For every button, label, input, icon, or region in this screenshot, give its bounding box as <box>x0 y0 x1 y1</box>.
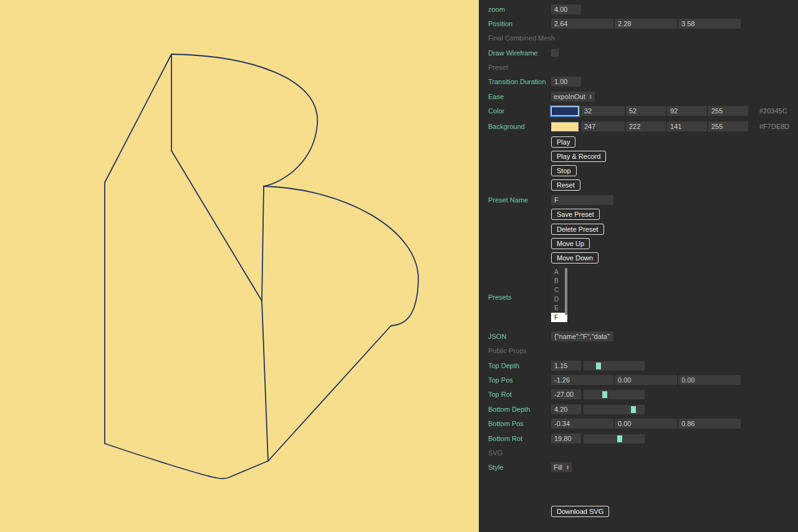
bottom-pos-label: Bottom Pos <box>488 420 524 427</box>
ease-select-value: expoInOut <box>554 93 585 100</box>
bottom-pos-y-input[interactable] <box>615 419 677 429</box>
color-row: Color #20345C <box>479 106 798 116</box>
bottom-rot-slider-handle[interactable] <box>617 435 622 442</box>
top-pos-x-input[interactable] <box>551 375 613 385</box>
zoom-row: zoom <box>479 4 798 15</box>
svg-section-label: SVG <box>488 449 502 457</box>
bottom-rot-label: Bottom Rot <box>488 435 522 442</box>
json-label: JSON <box>488 333 506 340</box>
position-label: Position <box>488 20 512 27</box>
top-pos-label: Top Pos <box>488 376 513 384</box>
play-record-button[interactable]: Play & Record <box>551 151 606 162</box>
select-stepper-icon: ▲▼ <box>589 94 592 99</box>
top-pos-y-input[interactable] <box>615 375 677 385</box>
bottom-depth-slider[interactable] <box>584 405 645 414</box>
presets-listbox[interactable]: A B C D E F AB <box>551 267 567 323</box>
preset-option[interactable]: AB <box>551 322 567 323</box>
wireframe-notch-edge <box>262 186 264 301</box>
top-rot-input[interactable] <box>551 389 581 399</box>
bottom-depth-row: Bottom Depth <box>479 404 798 415</box>
position-z-input[interactable] <box>678 19 741 29</box>
top-depth-slider-handle[interactable] <box>596 363 601 369</box>
preset-section-label: Preset <box>488 64 508 71</box>
top-rot-row: Top Rot <box>479 389 798 400</box>
preset-name-row: Preset Name <box>479 195 798 206</box>
ease-row: Ease expoInOut ▲▼ <box>479 92 798 102</box>
public-props-section-label: Public Props <box>488 347 527 354</box>
move-down-button[interactable]: Move Down <box>551 252 598 264</box>
move-up-button[interactable]: Move Up <box>551 238 590 249</box>
bottom-depth-label: Bottom Depth <box>488 406 530 413</box>
color-g-input[interactable] <box>626 106 666 116</box>
ease-label: Ease <box>488 93 504 100</box>
bottom-rot-input[interactable] <box>551 434 581 444</box>
render-canvas[interactable] <box>0 0 479 532</box>
color-label: Color <box>488 107 504 115</box>
position-y-input[interactable] <box>615 19 677 29</box>
color-r-input[interactable] <box>581 106 625 116</box>
save-preset-button[interactable]: Save Preset <box>551 209 600 220</box>
top-depth-input[interactable] <box>551 361 581 371</box>
svg-section-row: SVG <box>479 448 798 458</box>
json-input[interactable] <box>551 331 613 341</box>
background-r-input[interactable] <box>581 121 625 131</box>
color-a-input[interactable] <box>708 106 748 116</box>
background-b-input[interactable] <box>667 121 707 131</box>
background-label: Background <box>488 123 525 130</box>
draw-wireframe-checkbox[interactable] <box>551 49 559 57</box>
wireframe-mid-diagonal <box>171 151 262 301</box>
ease-select[interactable]: expoInOut ▲▼ <box>551 92 595 102</box>
presets-label: Presets <box>488 293 511 301</box>
bottom-pos-x-input[interactable] <box>551 419 613 429</box>
download-svg-button[interactable]: Download SVG <box>551 506 609 517</box>
play-button[interactable]: Play <box>551 136 575 148</box>
bottom-depth-input[interactable] <box>551 404 581 414</box>
final-combined-mesh-section-label: Final Combined Mesh <box>488 34 555 42</box>
bottom-rot-slider[interactable] <box>584 434 645 444</box>
wireframe-top-bowl <box>171 54 317 186</box>
preset-name-input[interactable] <box>551 195 613 205</box>
top-rot-slider[interactable] <box>584 390 645 399</box>
color-swatch[interactable] <box>551 107 579 116</box>
style-select[interactable]: Fill ▲▼ <box>551 462 572 472</box>
bottom-pos-row: Bottom Pos <box>479 419 798 429</box>
top-rot-slider-handle[interactable] <box>602 391 607 398</box>
final-combined-mesh-section-row: Final Combined Mesh <box>479 33 798 44</box>
top-rot-label: Top Rot <box>488 391 512 398</box>
control-panel: zoom Position Final Combined Mesh Draw W… <box>479 0 798 532</box>
stop-button[interactable]: Stop <box>551 165 577 176</box>
style-label: Style <box>488 463 503 471</box>
wireframe-right-edge <box>262 301 268 461</box>
transition-duration-row: Transition Duration <box>479 77 798 87</box>
select-stepper-icon: ▲▼ <box>566 465 569 470</box>
presets-scrollbar[interactable] <box>565 268 567 315</box>
draw-wireframe-row: Draw Wireframe <box>479 48 798 59</box>
transition-duration-input[interactable] <box>551 77 581 87</box>
delete-preset-button[interactable]: Delete Preset <box>551 224 604 235</box>
top-depth-slider[interactable] <box>584 361 645 371</box>
draw-wireframe-label: Draw Wireframe <box>488 49 537 57</box>
background-row: Background #F7DE8D <box>479 121 798 132</box>
letter-b-wireframe <box>0 0 479 532</box>
reset-button[interactable]: Reset <box>551 179 580 191</box>
bottom-rot-row: Bottom Rot <box>479 434 798 444</box>
top-depth-row: Top Depth <box>479 361 798 371</box>
background-g-input[interactable] <box>626 121 666 131</box>
bottom-pos-z-input[interactable] <box>678 419 741 429</box>
top-pos-z-input[interactable] <box>678 375 741 385</box>
color-b-input[interactable] <box>667 106 707 116</box>
position-row: Position <box>479 19 798 29</box>
transition-duration-label: Transition Duration <box>488 78 546 85</box>
background-swatch[interactable] <box>551 122 579 131</box>
style-select-value: Fill <box>554 463 562 471</box>
wireframe-bottom-bowl <box>264 186 418 326</box>
wireframe-bottom-edge <box>105 444 268 478</box>
zoom-input[interactable] <box>551 4 581 14</box>
top-pos-row: Top Pos <box>479 375 798 386</box>
background-a-input[interactable] <box>708 121 748 131</box>
presets-label-row: Presets <box>479 292 798 303</box>
zoom-label: zoom <box>488 6 505 13</box>
preset-name-label: Preset Name <box>488 196 528 204</box>
bottom-depth-slider-handle[interactable] <box>631 406 636 413</box>
position-x-input[interactable] <box>551 19 613 29</box>
